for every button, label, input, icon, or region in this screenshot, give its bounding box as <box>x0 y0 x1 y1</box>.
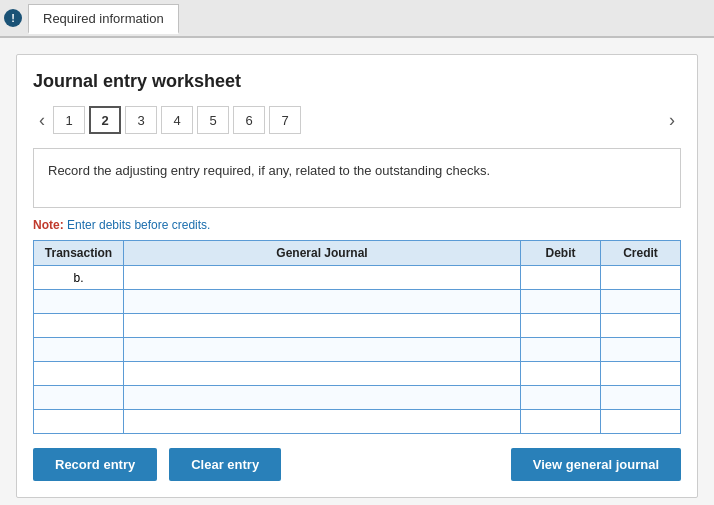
table-row <box>34 410 681 434</box>
credit-cell-6[interactable] <box>601 410 681 434</box>
transaction-cell-5 <box>34 386 124 410</box>
credit-cell-2[interactable] <box>601 314 681 338</box>
journal-input-1[interactable] <box>124 290 520 313</box>
journal-input-2[interactable] <box>124 314 520 337</box>
page-btn-1[interactable]: 1 <box>53 106 85 134</box>
journal-input-4[interactable] <box>124 362 520 385</box>
table-row <box>34 362 681 386</box>
credit-cell-3[interactable] <box>601 338 681 362</box>
table-row <box>34 386 681 410</box>
page-btn-5[interactable]: 5 <box>197 106 229 134</box>
worksheet-title: Journal entry worksheet <box>33 71 681 92</box>
required-info-icon: ! <box>4 9 22 27</box>
transaction-cell-0: b. <box>34 266 124 290</box>
col-header-credit: Credit <box>601 241 681 266</box>
credit-input-4[interactable] <box>601 362 680 385</box>
page-btn-7[interactable]: 7 <box>269 106 301 134</box>
transaction-cell-2 <box>34 314 124 338</box>
transaction-cell-4 <box>34 362 124 386</box>
col-header-debit: Debit <box>521 241 601 266</box>
view-general-journal-button[interactable]: View general journal <box>511 448 681 481</box>
tab-bar: ! Required information <box>0 0 714 38</box>
page-btn-6[interactable]: 6 <box>233 106 265 134</box>
required-information-tab[interactable]: Required information <box>28 4 179 34</box>
table-row <box>34 338 681 362</box>
credit-input-1[interactable] <box>601 290 680 313</box>
page-btn-3[interactable]: 3 <box>125 106 157 134</box>
table-row <box>34 290 681 314</box>
debit-cell-1[interactable] <box>521 290 601 314</box>
journal-cell-3[interactable] <box>124 338 521 362</box>
page-btn-2[interactable]: 2 <box>89 106 121 134</box>
debit-input-5[interactable] <box>521 386 600 409</box>
credit-input-0[interactable] <box>601 266 680 289</box>
debit-cell-2[interactable] <box>521 314 601 338</box>
journal-table: Transaction General Journal Debit Credit… <box>33 240 681 434</box>
clear-entry-button[interactable]: Clear entry <box>169 448 281 481</box>
credit-input-2[interactable] <box>601 314 680 337</box>
journal-input-5[interactable] <box>124 386 520 409</box>
transaction-cell-1 <box>34 290 124 314</box>
debit-input-4[interactable] <box>521 362 600 385</box>
col-header-transaction: Transaction <box>34 241 124 266</box>
journal-cell-2[interactable] <box>124 314 521 338</box>
record-entry-button[interactable]: Record entry <box>33 448 157 481</box>
debit-input-0[interactable] <box>521 266 600 289</box>
prev-arrow[interactable]: ‹ <box>33 108 51 133</box>
credit-cell-1[interactable] <box>601 290 681 314</box>
credit-cell-0[interactable] <box>601 266 681 290</box>
journal-cell-1[interactable] <box>124 290 521 314</box>
debit-cell-5[interactable] <box>521 386 601 410</box>
table-row <box>34 314 681 338</box>
journal-input-3[interactable] <box>124 338 520 361</box>
table-row: b. <box>34 266 681 290</box>
next-arrow[interactable]: › <box>663 108 681 133</box>
debit-cell-3[interactable] <box>521 338 601 362</box>
debit-input-6[interactable] <box>521 410 600 433</box>
journal-cell-0[interactable] <box>124 266 521 290</box>
page-navigation: ‹ 1 2 3 4 5 6 7 › <box>33 106 681 134</box>
debit-input-3[interactable] <box>521 338 600 361</box>
journal-input-0[interactable] <box>124 266 520 289</box>
journal-cell-5[interactable] <box>124 386 521 410</box>
debit-cell-0[interactable] <box>521 266 601 290</box>
credit-input-5[interactable] <box>601 386 680 409</box>
journal-cell-6[interactable] <box>124 410 521 434</box>
credit-cell-4[interactable] <box>601 362 681 386</box>
transaction-cell-6 <box>34 410 124 434</box>
page-btn-4[interactable]: 4 <box>161 106 193 134</box>
main-content: Journal entry worksheet ‹ 1 2 3 4 5 6 7 … <box>0 38 714 505</box>
button-row: Record entry Clear entry View general jo… <box>33 448 681 481</box>
note-text: Note: Enter debits before credits. <box>33 218 681 232</box>
col-header-journal: General Journal <box>124 241 521 266</box>
transaction-cell-3 <box>34 338 124 362</box>
journal-input-6[interactable] <box>124 410 520 433</box>
credit-cell-5[interactable] <box>601 386 681 410</box>
instruction-box: Record the adjusting entry required, if … <box>33 148 681 208</box>
debit-input-1[interactable] <box>521 290 600 313</box>
debit-cell-6[interactable] <box>521 410 601 434</box>
credit-input-3[interactable] <box>601 338 680 361</box>
worksheet-card: Journal entry worksheet ‹ 1 2 3 4 5 6 7 … <box>16 54 698 498</box>
journal-cell-4[interactable] <box>124 362 521 386</box>
debit-cell-4[interactable] <box>521 362 601 386</box>
credit-input-6[interactable] <box>601 410 680 433</box>
debit-input-2[interactable] <box>521 314 600 337</box>
